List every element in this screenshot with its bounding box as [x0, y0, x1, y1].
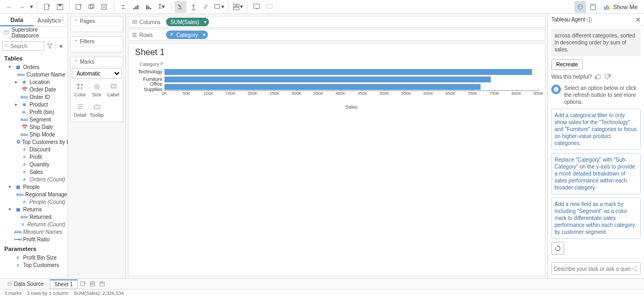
field-discount[interactable]: #Discount	[0, 146, 68, 153]
svg-rect-22	[234, 7, 239, 9]
close-icon[interactable]: ✕	[635, 16, 641, 24]
table-returns[interactable]: ▾▦Returns	[0, 205, 68, 213]
x-axis-label: Sales	[164, 104, 538, 110]
field-returned[interactable]: AbcReturned	[0, 213, 68, 220]
search-input-wrapper[interactable]	[2, 41, 44, 51]
svg-point-41	[94, 85, 99, 89]
field-sales[interactable]: #Sales	[0, 168, 68, 176]
filters-shelf[interactable]: ⌃Filters	[70, 36, 123, 52]
dashboard-button[interactable]: ▾	[232, 1, 244, 13]
mark-color[interactable]: Color	[72, 80, 88, 100]
rows-pill[interactable]: Category▾	[166, 31, 208, 39]
redo-dropdown[interactable]: ▾	[29, 1, 34, 13]
field-profit[interactable]: #Profit	[0, 153, 68, 161]
fit-dropdown[interactable]: ▾	[213, 1, 225, 13]
agent-toggle-button[interactable]	[574, 1, 586, 13]
agent-panel: Tableau Agenti ✕ across different catego…	[548, 14, 644, 278]
pages-shelf[interactable]: ⌃Pages	[70, 16, 123, 32]
labels-button[interactable]: T	[188, 1, 199, 13]
field-orders-count-[interactable]: #Orders (Count)	[0, 176, 68, 183]
fields-menu-button[interactable]: ▾	[57, 42, 65, 50]
columns-shelf[interactable]: Columns SUM(Sales)▾	[128, 16, 545, 28]
redo-button[interactable]: →	[16, 1, 28, 13]
sort-asc-button[interactable]	[130, 1, 142, 13]
field-customer-name[interactable]: AbcCustomer Name	[0, 71, 68, 78]
svg-rect-59	[171, 34, 173, 35]
agent-suggestion-1[interactable]: Add a categorical filter to only show sa…	[551, 109, 641, 150]
bar-office-supplies[interactable]: Office Supplies	[135, 83, 538, 90]
tab-data[interactable]: Data	[0, 14, 34, 26]
search-input[interactable]	[10, 43, 42, 49]
svg-rect-14	[137, 5, 139, 9]
clear-button[interactable]	[99, 1, 110, 13]
mark-size[interactable]: Size	[88, 80, 105, 100]
send-icon[interactable]	[631, 265, 638, 272]
bar-technology[interactable]: Technology	[135, 68, 538, 75]
field-ship-date[interactable]: 📅Ship Date	[0, 123, 68, 131]
save-button[interactable]	[54, 1, 66, 13]
new-story-icon[interactable]	[98, 280, 107, 288]
info-icon[interactable]: i	[587, 17, 592, 22]
presentation-button[interactable]	[251, 1, 263, 13]
svg-rect-0	[44, 4, 49, 10]
field-order-id[interactable]: AbcOrder ID	[0, 93, 68, 101]
field-location[interactable]: ▸⊕Location	[0, 78, 68, 86]
field-people-count-[interactable]: #People (Count)	[0, 198, 68, 205]
search-icon	[4, 43, 9, 49]
field-measure-names[interactable]: AbcMeasure Names	[0, 228, 68, 235]
field-profit-ratio[interactable]: ⟶#Profit Ratio	[0, 235, 68, 243]
field-order-date[interactable]: 📅Order Date	[0, 86, 68, 93]
field-quantity[interactable]: #Quantity	[0, 161, 68, 168]
field-ship-mode[interactable]: AbcShip Mode	[0, 131, 68, 138]
sort-desc-button[interactable]	[143, 1, 155, 13]
param-profit-bin-size[interactable]: #Profit Bin Size	[0, 254, 68, 261]
mark-detail[interactable]: Detail	[72, 100, 88, 120]
format-button[interactable]	[200, 1, 212, 13]
field-profit-bin-[interactable]: ılı.Profit (bin)	[0, 108, 68, 116]
agent-suggestion-3[interactable]: Add a new field as a mark by including "…	[551, 197, 641, 239]
swap-button[interactable]	[117, 1, 129, 13]
new-datasource-button[interactable]	[41, 1, 53, 13]
tab-data-source[interactable]: Data Source	[2, 279, 49, 288]
tab-analytics[interactable]: Analytics‹	[34, 14, 68, 26]
columns-pill[interactable]: SUM(Sales)▾	[166, 18, 209, 26]
rows-shelf[interactable]: Rows Category▾	[128, 29, 545, 41]
tab-sheet1[interactable]: Sheet 1	[50, 279, 78, 289]
field-top-customers-by-p-[interactable]: ✪Top Customers by P...	[0, 138, 68, 146]
refresh-button[interactable]	[551, 242, 564, 255]
bar-furniture[interactable]: Furniture	[135, 75, 538, 83]
duplicate-button[interactable]	[86, 1, 98, 13]
svg-rect-60	[171, 35, 172, 36]
field-product[interactable]: ▸⊕Product	[0, 101, 68, 108]
recreate-button[interactable]: Recreate	[551, 59, 583, 70]
datasource-row[interactable]: Superstore Datasource	[0, 27, 68, 39]
highlight-button[interactable]	[175, 1, 186, 13]
show-me-button[interactable]: Show Me	[600, 2, 641, 12]
undo-button[interactable]: ←	[3, 1, 15, 13]
param-top-customers[interactable]: #Top Customers	[0, 261, 68, 269]
agent-input-wrapper[interactable]	[551, 262, 641, 275]
thumbs-up-icon[interactable]	[594, 73, 602, 80]
filter-fields-button[interactable]	[46, 42, 54, 50]
mark-tooltip[interactable]: Tooltip	[88, 100, 105, 120]
field-regional-manager[interactable]: AbcRegional Manager	[0, 191, 68, 198]
share-button[interactable]	[264, 1, 275, 13]
data-guide-button[interactable]	[587, 1, 599, 13]
svg-rect-73	[91, 284, 95, 286]
agent-suggestion-2[interactable]: Replace "Category" with "Sub-Category" o…	[551, 153, 641, 194]
thumbs-down-icon[interactable]	[604, 73, 611, 80]
field-segment[interactable]: AbcSegment	[0, 116, 68, 123]
agent-input[interactable]	[554, 266, 631, 272]
svg-rect-7	[89, 5, 93, 9]
table-orders[interactable]: ▾▦Orders	[0, 63, 68, 71]
sheet-title[interactable]: Sheet 1	[135, 48, 538, 57]
marks-type-select[interactable]: Automatic	[72, 68, 122, 79]
totals-button[interactable]: Σ▾	[156, 1, 168, 13]
new-dashboard-icon[interactable]	[88, 280, 97, 288]
new-worksheet-icon[interactable]	[79, 280, 87, 288]
new-worksheet-button[interactable]	[73, 1, 85, 13]
analytics-menu-icon[interactable]: ‹	[62, 17, 64, 23]
field-returns-count-[interactable]: #Returns (Count)	[0, 220, 68, 228]
table-people[interactable]: ▾▦People	[0, 183, 68, 191]
mark-label[interactable]: TLabel	[105, 80, 122, 100]
